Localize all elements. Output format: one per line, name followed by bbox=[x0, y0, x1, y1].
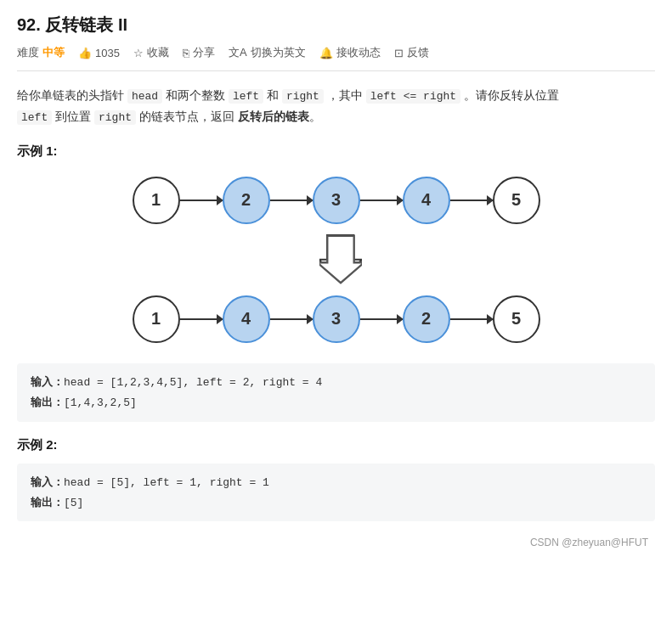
arrow-2-5-bottom bbox=[450, 318, 493, 320]
diagram-area: 1 2 3 4 5 1 4 3 2 bbox=[17, 170, 655, 350]
node-4-top: 4 bbox=[403, 177, 450, 224]
output-list-row: 1 4 3 2 5 bbox=[133, 295, 540, 343]
meta-bar: 难度 中等 👍 1035 ☆ 收藏 ⎘ 分享 文A 切换为英文 🔔 接收动态 ⊡… bbox=[17, 45, 655, 71]
translate-icon: 文A bbox=[229, 45, 247, 60]
thumbs-up-icon: 👍 bbox=[78, 47, 92, 59]
code-head: head bbox=[127, 89, 162, 104]
code-condition: left <= right bbox=[366, 89, 460, 104]
arrow-3-2-bottom bbox=[360, 318, 403, 320]
example1-output-line: 输出：[1,4,3,2,5] bbox=[31, 392, 641, 413]
collect-button[interactable]: ☆ 收藏 bbox=[133, 45, 169, 60]
code-left: left bbox=[229, 89, 263, 104]
arrow-4-5-top bbox=[450, 200, 493, 201]
code-right: right bbox=[282, 89, 324, 104]
star-icon: ☆ bbox=[133, 47, 144, 59]
share-icon: ⎘ bbox=[183, 47, 189, 59]
feedback-icon: ⊡ bbox=[394, 47, 404, 59]
problem-description: 给你单链表的头指针 head 和两个整数 left 和 right ，其中 le… bbox=[17, 85, 655, 128]
example2-output-line: 输出：[5] bbox=[31, 492, 641, 513]
example2-input-line: 输入：head = [5], left = 1, right = 1 bbox=[31, 472, 641, 492]
switch-language-button[interactable]: 文A 切换为英文 bbox=[229, 45, 306, 60]
code-right2: right bbox=[94, 110, 136, 125]
example1-title: 示例 1: bbox=[17, 143, 655, 160]
arrow-3-4-top bbox=[360, 200, 403, 201]
example1-output-label: 输出： bbox=[31, 396, 64, 408]
node-5-bottom: 5 bbox=[493, 295, 540, 343]
share-button[interactable]: ⎘ 分享 bbox=[183, 45, 215, 60]
example2-output-value: [5] bbox=[64, 497, 83, 509]
down-arrow bbox=[319, 234, 353, 285]
input-list-row: 1 2 3 4 5 bbox=[133, 177, 540, 224]
page-title: 92. 反转链表 II bbox=[17, 14, 655, 37]
arrow-4-3-bottom bbox=[270, 318, 313, 320]
difficulty-item: 难度 中等 bbox=[17, 45, 65, 60]
node-1-bottom: 1 bbox=[133, 295, 180, 343]
arrow-1-4-bottom bbox=[180, 318, 223, 320]
node-4-bottom: 4 bbox=[223, 295, 270, 343]
example2-box: 输入：head = [5], left = 1, right = 1 输出：[5… bbox=[17, 464, 655, 522]
node-3-bottom: 3 bbox=[313, 295, 360, 343]
node-2-bottom: 2 bbox=[403, 295, 450, 343]
node-5-top: 5 bbox=[493, 177, 540, 224]
page-container: 92. 反转链表 II 难度 中等 👍 1035 ☆ 收藏 ⎘ 分享 文A 切换… bbox=[0, 0, 672, 562]
example1-output-value: [1,4,3,2,5] bbox=[64, 396, 137, 409]
example2-input-label: 输入： bbox=[31, 475, 64, 488]
example1-input-value: head = [1,2,3,4,5], left = 2, right = 4 bbox=[64, 376, 322, 389]
example1-input-label: 输入： bbox=[31, 375, 64, 388]
feedback-button[interactable]: ⊡ 反馈 bbox=[394, 45, 429, 60]
example1-input-line: 输入：head = [1,2,3,4,5], left = 2, right =… bbox=[31, 372, 641, 392]
watermark: CSDN @zheyuan@HFUT bbox=[17, 537, 655, 548]
example2-title: 示例 2: bbox=[17, 437, 655, 453]
node-2-top: 2 bbox=[223, 177, 270, 224]
node-3-top: 3 bbox=[313, 177, 360, 224]
arrow-2-3-top bbox=[270, 200, 313, 201]
example2-input-value: head = [5], left = 1, right = 1 bbox=[64, 476, 269, 489]
example2-output-label: 输出： bbox=[31, 496, 64, 509]
bell-icon: 🔔 bbox=[319, 47, 333, 59]
code-left2: left bbox=[17, 110, 52, 125]
likes-item: 👍 1035 bbox=[78, 47, 120, 59]
notify-button[interactable]: 🔔 接收动态 bbox=[319, 45, 381, 60]
node-1-top: 1 bbox=[133, 177, 180, 224]
emphasis-text: 反转后的链表 bbox=[238, 110, 309, 123]
arrow-1-2-top bbox=[180, 200, 223, 201]
likes-count: 1035 bbox=[95, 47, 120, 59]
example1-box: 输入：head = [1,2,3,4,5], left = 2, right =… bbox=[17, 363, 655, 422]
